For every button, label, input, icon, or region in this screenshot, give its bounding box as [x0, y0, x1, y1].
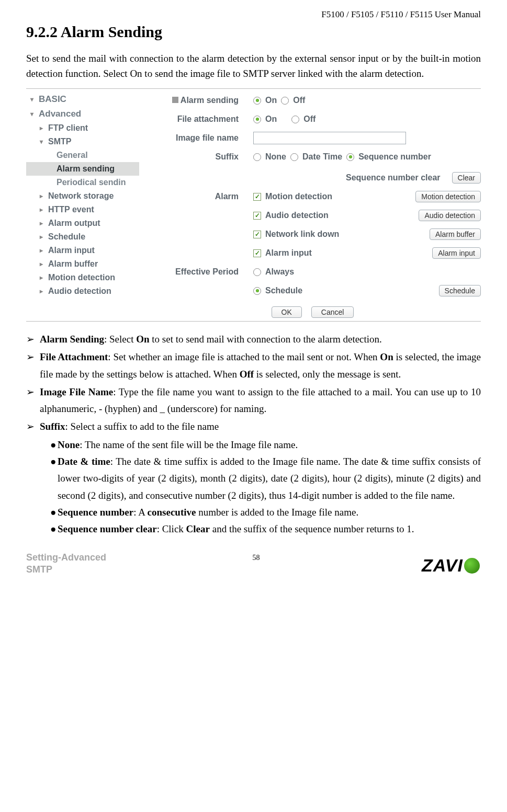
bullet-strong: File Attachment: [40, 351, 108, 362]
radio-sequence[interactable]: [346, 153, 354, 161]
radio-label: Off: [303, 115, 316, 124]
checkbox-label: Alarm input: [265, 248, 312, 258]
nav-alarm-output[interactable]: Alarm output: [26, 216, 139, 230]
alarm-buffer-button[interactable]: Alarm buffer: [430, 228, 481, 240]
nav-smtp[interactable]: SMTP: [26, 135, 139, 148]
nav-smtp-general[interactable]: General: [26, 148, 139, 162]
chevron-right-icon: [38, 247, 45, 254]
row-alarm-audio: Audio detection Audio detection: [144, 207, 481, 224]
chevron-down-icon: [28, 96, 36, 103]
sub-text: : The name of the sent file will be the …: [80, 439, 298, 450]
bullet-alarm-sending: ➢ Alarm Sending: Select On to set to sen…: [26, 331, 481, 348]
nav-label: FTP client: [48, 123, 88, 133]
sub-strong: None: [58, 439, 80, 450]
motion-detection-button[interactable]: Motion detection: [415, 191, 481, 202]
bullet-strong: On: [380, 351, 393, 362]
dot-icon: ●: [50, 453, 58, 504]
bullet-image-file-name: ➢ Image File Name: Type the file name yo…: [26, 384, 481, 418]
sub-date-time: ● Date & time: The date & time suffix is…: [50, 453, 481, 504]
sub-text: : Click: [157, 523, 186, 534]
sub-strong: Sequence number: [58, 507, 133, 518]
nav-motion-detection[interactable]: Motion detection: [26, 271, 139, 284]
nav-label: Motion detection: [48, 273, 115, 282]
nav-smtp-alarm-sending[interactable]: Alarm sending: [26, 162, 139, 176]
nav-label: Schedule: [48, 232, 85, 242]
bullet-text: is selected, only the message is sent.: [254, 369, 401, 380]
nav-basic[interactable]: BASIC: [26, 92, 139, 107]
chevron-down-icon: [28, 110, 36, 118]
schedule-button[interactable]: Schedule: [439, 285, 481, 296]
radio-label: Off: [293, 96, 305, 105]
radio-label: None: [265, 152, 286, 162]
radio-always[interactable]: [253, 268, 261, 276]
radio-none[interactable]: [253, 153, 261, 161]
arrow-icon: ➢: [26, 418, 40, 435]
nav-smtp-periodical[interactable]: Periodical sendin: [26, 176, 139, 189]
alarm-input-button[interactable]: Alarm input: [432, 247, 481, 259]
checkbox-label: Network link down: [265, 230, 339, 239]
field-label: File attachment: [144, 115, 253, 124]
audio-detection-button[interactable]: Audio detection: [419, 210, 481, 221]
nav-alarm-input[interactable]: Alarm input: [26, 244, 139, 257]
ok-button[interactable]: OK: [272, 306, 302, 318]
footer-line: SMTP: [26, 564, 131, 576]
page-number: 58: [131, 554, 381, 576]
radio-on[interactable]: [253, 97, 261, 105]
sub-strong: Date & time: [58, 456, 110, 467]
nav-advanced[interactable]: Advanced: [26, 107, 139, 121]
cancel-button[interactable]: Cancel: [311, 306, 354, 318]
arrow-icon: ➢: [26, 331, 40, 348]
dot-icon: ●: [50, 521, 58, 537]
image-file-name-input[interactable]: [253, 132, 406, 144]
radio-off[interactable]: [281, 97, 289, 105]
row-alarm-input: Alarm input Alarm input: [144, 245, 481, 261]
bullet-text: : Select: [104, 334, 136, 345]
row-file-attachment: File attachment On Off: [144, 111, 481, 128]
nav-label: BASIC: [39, 94, 66, 105]
sub-text: and the suffix of the sequence number re…: [210, 523, 414, 534]
nav-network-storage[interactable]: Network storage: [26, 189, 139, 203]
radio-label: Schedule: [265, 286, 302, 295]
arrow-icon: ➢: [26, 384, 40, 418]
sub-text: number is added to the Image file name.: [196, 507, 358, 518]
nav-ftp-client[interactable]: FTP client: [26, 121, 139, 135]
section-heading: 9.2.2 Alarm Sending: [26, 23, 481, 41]
settings-form: Alarm sending On Off File attachment On …: [139, 92, 481, 318]
settings-screenshot: BASIC Advanced FTP client SMTP General A…: [26, 88, 481, 322]
nav-alarm-buffer[interactable]: Alarm buffer: [26, 257, 139, 271]
nav-sidebar: BASIC Advanced FTP client SMTP General A…: [26, 92, 139, 318]
sub-text: : The date & time suffix is added to the…: [58, 456, 481, 501]
square-icon: [172, 97, 178, 103]
field-label: Alarm: [144, 192, 253, 201]
field-label: Suffix: [144, 152, 253, 162]
bullet-suffix: ➢ Suffix: Select a suffix to add to the …: [26, 418, 481, 435]
nav-label: Advanced: [39, 109, 81, 119]
nav-http-event[interactable]: HTTP event: [26, 203, 139, 216]
chevron-right-icon: [38, 206, 45, 213]
checkbox-audio[interactable]: [253, 212, 261, 220]
field-label: Image file name: [144, 133, 253, 143]
checkbox-motion[interactable]: [253, 193, 261, 201]
radio-schedule[interactable]: [253, 287, 261, 295]
clear-button[interactable]: Clear: [452, 172, 481, 184]
sub-sequence-number: ● Sequence number: A consecutive number …: [50, 504, 481, 521]
nav-audio-detection[interactable]: Audio detection: [26, 284, 139, 298]
checkbox-input[interactable]: [253, 249, 261, 257]
bullet-strong: On: [136, 334, 149, 345]
bullet-file-attachment: ➢ File Attachment: Set whether an image …: [26, 349, 481, 383]
chevron-right-icon: [38, 274, 45, 281]
radio-datetime[interactable]: [290, 153, 298, 161]
sub-strong: consecutive: [148, 507, 196, 518]
radio-on[interactable]: [253, 116, 261, 123]
sub-sequence-clear: ● Sequence number clear: Click Clear and…: [50, 521, 481, 537]
checkbox-label: Motion detection: [265, 192, 332, 201]
chevron-right-icon: [38, 260, 45, 268]
form-footer: OK Cancel: [144, 306, 481, 318]
section-intro: Set to send the mail with connection to …: [26, 51, 481, 81]
checkbox-network[interactable]: [253, 231, 261, 238]
nav-schedule[interactable]: Schedule: [26, 230, 139, 244]
bullet-text: : Set whether an image file is attached …: [108, 351, 380, 362]
radio-off[interactable]: [291, 116, 299, 123]
row-alarm-motion: Alarm Motion detection Motion detection: [144, 188, 481, 205]
nav-label: HTTP event: [48, 205, 94, 214]
